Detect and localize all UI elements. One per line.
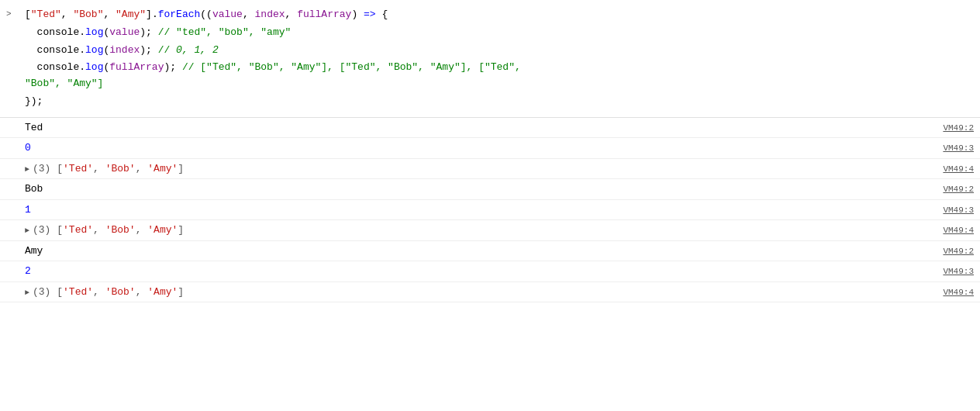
array-item-3-1: 'Ted' bbox=[63, 286, 93, 298]
output-value-0: 0 bbox=[25, 140, 937, 156]
output-row-0: 0 VM49:3 bbox=[0, 138, 980, 159]
output-row-bob: Bob VM49:2 bbox=[0, 179, 980, 200]
code-line-4: console.log(fullArray); // ["Ted", "Bob"… bbox=[0, 59, 980, 93]
output-row-ted: Ted VM49:2 bbox=[0, 118, 980, 139]
code-line-2-chevron bbox=[6, 25, 25, 26]
array-item-2-2: 'Bob' bbox=[105, 224, 136, 236]
output-row-amy: Amy VM49:2 bbox=[0, 241, 980, 262]
code-line-3-content: console.log(index); // 0, 1, 2 bbox=[25, 43, 974, 59]
output-source-array-3[interactable]: VM49:4 bbox=[943, 288, 974, 297]
code-block: > ["Ted", "Bob", "Amy"].forEach((value, … bbox=[0, 0, 980, 118]
output-section: Ted VM49:2 0 VM49:3 ►(3) ['Ted', 'Bob', … bbox=[0, 118, 980, 303]
output-source-1[interactable]: VM49:3 bbox=[943, 206, 974, 215]
output-value-array-1[interactable]: ►(3) ['Ted', 'Bob', 'Amy'] bbox=[25, 161, 937, 177]
output-source-0[interactable]: VM49:3 bbox=[943, 143, 974, 153]
output-value-bob: Bob bbox=[25, 181, 937, 197]
output-value-array-2[interactable]: ►(3) ['Ted', 'Bob', 'Amy'] bbox=[25, 223, 937, 238]
code-line-3-chevron bbox=[6, 43, 25, 43]
output-source-2[interactable]: VM49:3 bbox=[943, 267, 974, 276]
chevron-icon: > bbox=[6, 7, 25, 22]
output-row-array-2: ►(3) ['Ted', 'Bob', 'Amy'] VM49:4 bbox=[0, 220, 980, 241]
output-source-amy[interactable]: VM49:2 bbox=[943, 247, 974, 256]
output-source-ted[interactable]: VM49:2 bbox=[943, 123, 974, 133]
expand-arrow-2: ► bbox=[25, 225, 29, 237]
array-item-2-1: 'Ted' bbox=[63, 224, 93, 236]
expand-arrow-1: ► bbox=[25, 164, 29, 175]
code-line-5-content: }); bbox=[25, 94, 974, 110]
code-line-2: console.log(value); // "ted", "bob", "am… bbox=[0, 24, 980, 42]
output-source-array-1[interactable]: VM49:4 bbox=[943, 164, 974, 174]
array-item-1-2: 'Bob' bbox=[105, 163, 136, 174]
array-label-3: (3) [ bbox=[33, 286, 63, 298]
expand-arrow-3: ► bbox=[25, 287, 29, 299]
code-line-5: }); bbox=[0, 93, 980, 111]
code-line-3: console.log(index); // 0, 1, 2 bbox=[0, 42, 980, 60]
output-row-array-3: ►(3) ['Ted', 'Bob', 'Amy'] VM49:4 bbox=[0, 282, 980, 303]
code-line-1: > ["Ted", "Bob", "Amy"].forEach((value, … bbox=[0, 6, 980, 24]
output-value-amy: Amy bbox=[25, 243, 937, 259]
array-item-3-2: 'Bob' bbox=[105, 286, 136, 298]
output-row-2: 2 VM49:3 bbox=[0, 261, 980, 282]
output-value-array-3[interactable]: ►(3) ['Ted', 'Bob', 'Amy'] bbox=[25, 285, 937, 300]
output-value-2: 2 bbox=[25, 264, 937, 279]
array-item-1-1: 'Ted' bbox=[63, 163, 93, 174]
output-source-bob[interactable]: VM49:2 bbox=[943, 185, 974, 194]
array-item-3-3: 'Amy' bbox=[147, 286, 178, 298]
output-value-1: 1 bbox=[25, 202, 937, 218]
output-source-array-2[interactable]: VM49:4 bbox=[943, 226, 974, 235]
array-label-2: (3) [ bbox=[33, 224, 63, 236]
array-item-1-3: 'Amy' bbox=[147, 163, 178, 174]
code-line-4-chevron bbox=[6, 60, 25, 60]
array-label-1: (3) [ bbox=[33, 163, 63, 174]
output-row-array-1: ►(3) ['Ted', 'Bob', 'Amy'] VM49:4 bbox=[0, 159, 980, 180]
code-line-4-content: console.log(fullArray); // ["Ted", "Bob"… bbox=[25, 60, 974, 92]
code-line-5-chevron bbox=[6, 94, 25, 95]
output-row-1: 1 VM49:3 bbox=[0, 200, 980, 221]
code-line-1-content: ["Ted", "Bob", "Amy"].forEach((value, in… bbox=[25, 7, 974, 23]
output-value-ted: Ted bbox=[25, 120, 937, 136]
code-line-2-content: console.log(value); // "ted", "bob", "am… bbox=[25, 25, 974, 41]
array-item-2-3: 'Amy' bbox=[147, 224, 178, 236]
